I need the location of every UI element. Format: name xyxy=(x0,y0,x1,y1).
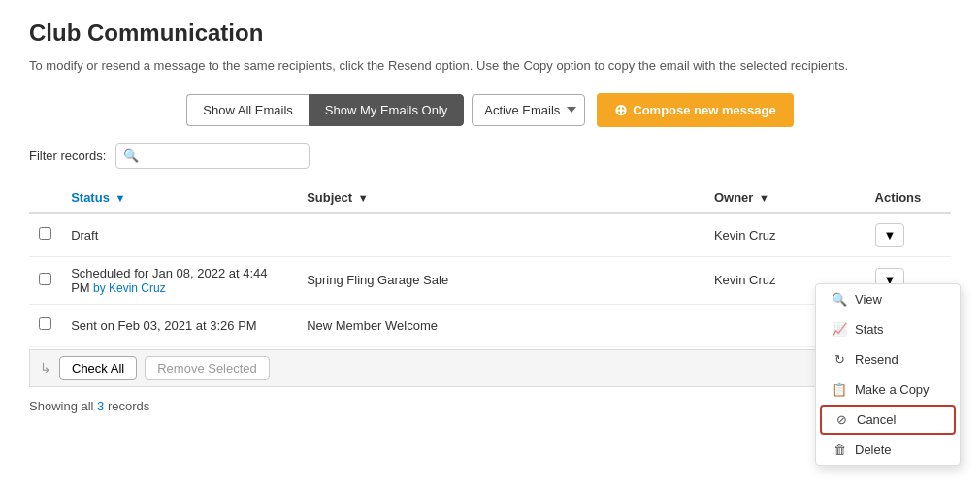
owner-column-header[interactable]: Owner ▼ xyxy=(704,182,866,213)
table-row: DraftKevin Cruz▼ xyxy=(29,213,951,257)
dropdown-item-label: Resend xyxy=(855,352,898,367)
active-emails-dropdown[interactable]: Active Emails xyxy=(472,94,585,126)
actions-column-header: Actions xyxy=(866,182,951,213)
dropdown-item-label: Make a Copy xyxy=(855,382,930,397)
resend-icon: ↻ xyxy=(832,352,847,367)
dropdown-item-label: Stats xyxy=(855,322,884,337)
table-header-row: Status ▼ Subject ▼ Owner ▼ Actions xyxy=(29,182,951,213)
dropdown-menu-item-make-a-copy[interactable]: 📋Make a Copy xyxy=(816,375,960,405)
remove-selected-button[interactable]: Remove Selected xyxy=(145,356,270,380)
action-dropdown-button[interactable]: ▼ xyxy=(875,223,905,247)
dropdown-item-label: View xyxy=(855,292,882,307)
row-checkbox[interactable] xyxy=(39,273,51,285)
status-text: Sent on Feb 03, 2021 at 3:26 PM xyxy=(71,318,257,333)
subject-cell xyxy=(297,213,704,257)
status-text: Draft xyxy=(71,228,98,243)
filter-input[interactable] xyxy=(115,143,310,169)
subject-cell: Spring Fling Garage Sale xyxy=(297,256,704,304)
actions-cell: ▼ xyxy=(866,213,951,257)
filter-input-wrap: 🔍 xyxy=(115,143,310,169)
owner-sort-arrow: ▼ xyxy=(759,192,769,204)
dropdown-menu-item-resend[interactable]: ↻Resend xyxy=(816,344,960,375)
status-cell: Draft xyxy=(61,213,297,257)
row-checkbox[interactable] xyxy=(39,317,51,330)
showing-records-text: Showing all 3 records xyxy=(29,399,951,413)
compose-new-message-button[interactable]: ⊕ Compose new message xyxy=(597,93,793,127)
status-cell: Sent on Feb 03, 2021 at 3:26 PM xyxy=(61,304,297,346)
filter-label: Filter records: xyxy=(29,148,106,163)
stats-icon: 📈 xyxy=(832,322,847,337)
dropdown-menu-item-cancel[interactable]: ⊘Cancel xyxy=(820,405,956,433)
status-cell: Scheduled for Jan 08, 2022 at 4:44 PM by… xyxy=(61,256,297,304)
subject-sort-arrow: ▼ xyxy=(358,192,369,204)
action-dropdown-menu: 🔍View📈Stats↻Resend📋Make a Copy⊘Cancel🗑De… xyxy=(815,283,961,433)
owner-cell: Kevin Cruz xyxy=(704,213,866,257)
toolbar: Show All Emails Show My Emails Only Acti… xyxy=(29,93,951,127)
table-row: Scheduled for Jan 08, 2022 at 4:44 PM by… xyxy=(29,256,951,304)
make-a-copy-icon: 📋 xyxy=(832,382,847,397)
view-icon: 🔍 xyxy=(832,292,847,307)
bottom-bar: ↳ Check All Remove Selected xyxy=(29,349,951,387)
check-all-button[interactable]: Check All xyxy=(59,356,137,380)
search-icon: 🔍 xyxy=(123,148,139,163)
dropdown-menu-item-stats[interactable]: 📈Stats xyxy=(816,314,960,344)
status-column-header[interactable]: Status ▼ xyxy=(61,182,297,213)
emails-table: Status ▼ Subject ▼ Owner ▼ Actions Draft… xyxy=(29,182,951,347)
dropdown-item-label: Cancel xyxy=(857,412,896,427)
table-row: Sent on Feb 03, 2021 at 3:26 PMNew Membe… xyxy=(29,304,951,346)
page-title: Club Communication xyxy=(29,19,951,47)
back-icon: ↳ xyxy=(40,360,51,376)
status-sort-arrow: ▼ xyxy=(114,192,125,204)
show-all-emails-button[interactable]: Show All Emails xyxy=(186,94,308,126)
show-my-emails-button[interactable]: Show My Emails Only xyxy=(309,94,464,126)
status-author: by Kevin Cruz xyxy=(90,281,166,295)
filter-row: Filter records: 🔍 xyxy=(29,143,951,169)
cancel-icon: ⊘ xyxy=(833,412,849,427)
subject-column-header[interactable]: Subject ▼ xyxy=(297,182,704,213)
select-all-header xyxy=(29,182,61,213)
subject-cell: New Member Welcome xyxy=(297,304,704,346)
dropdown-menu-item-view[interactable]: 🔍View xyxy=(816,284,960,314)
row-checkbox[interactable] xyxy=(39,227,51,240)
page-subtitle: To modify or resend a message to the sam… xyxy=(29,56,951,76)
compose-plus-icon: ⊕ xyxy=(614,101,627,119)
